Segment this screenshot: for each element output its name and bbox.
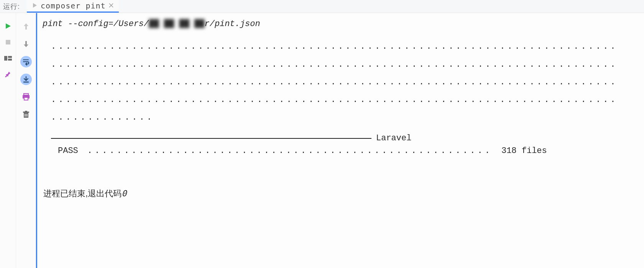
- svg-rect-12: [23, 112, 29, 113]
- stop-icon[interactable]: [3, 38, 13, 47]
- section-label: Laravel: [376, 133, 411, 143]
- command-redacted: ██ ██ ██ ██: [149, 19, 204, 29]
- svg-rect-5: [4, 56, 7, 61]
- progress-dots-2: ........................................…: [51, 56, 644, 74]
- pass-label: PASS: [58, 146, 78, 156]
- svg-rect-13: [25, 111, 27, 112]
- soft-wrap-icon[interactable]: [20, 56, 32, 67]
- pin-icon[interactable]: [3, 70, 13, 79]
- run-tabstrip: 运行: composer pint: [0, 0, 644, 13]
- run-tab[interactable]: composer pint: [27, 0, 119, 13]
- svg-rect-6: [8, 56, 12, 58]
- run-tab-name: composer pint: [41, 1, 106, 10]
- horizontal-rule: [51, 138, 371, 139]
- progress-dots-5: ..............: [51, 109, 644, 127]
- command-suffix: r/pint.json: [204, 19, 260, 29]
- svg-marker-0: [33, 3, 37, 8]
- svg-rect-4: [6, 40, 10, 44]
- svg-marker-3: [6, 23, 11, 29]
- layout-icon[interactable]: [3, 54, 13, 63]
- scroll-to-end-icon[interactable]: [20, 74, 32, 85]
- progress-dots-4: ........................................…: [51, 91, 644, 109]
- pass-line: PASS ...................................…: [58, 146, 644, 156]
- exit-message: 进程已结束,退出代码0: [43, 188, 644, 199]
- svg-rect-10: [24, 97, 28, 100]
- svg-rect-7: [8, 59, 12, 61]
- run-icon[interactable]: [3, 21, 13, 31]
- primary-toolbar: [0, 13, 16, 268]
- command-line: pint --config=/Users/██ ██ ██ ██ r/pint.…: [43, 19, 644, 29]
- console-toolbar: [16, 13, 36, 268]
- arrow-down-icon[interactable]: [20, 38, 32, 50]
- close-icon[interactable]: [109, 2, 113, 9]
- trash-icon[interactable]: [20, 109, 32, 120]
- command-prefix: pint --config=/Users/: [43, 19, 149, 29]
- progress-dots-3: ........................................…: [51, 74, 644, 91]
- section-rule: Laravel: [51, 133, 644, 143]
- file-count: 318 files: [501, 146, 547, 156]
- exit-text: 进程已结束,退出代码: [43, 189, 122, 198]
- exit-code: 0: [122, 189, 127, 198]
- progress-dots-1: ........................................…: [51, 38, 644, 56]
- panel-title: 运行:: [0, 2, 25, 11]
- print-icon[interactable]: [20, 91, 32, 103]
- arrow-up-icon[interactable]: [20, 21, 32, 32]
- console-output[interactable]: pint --config=/Users/██ ██ ██ ██ r/pint.…: [37, 13, 644, 268]
- svg-rect-8: [24, 94, 28, 95]
- pass-dots: ........................................…: [87, 146, 492, 156]
- play-icon: [32, 2, 38, 10]
